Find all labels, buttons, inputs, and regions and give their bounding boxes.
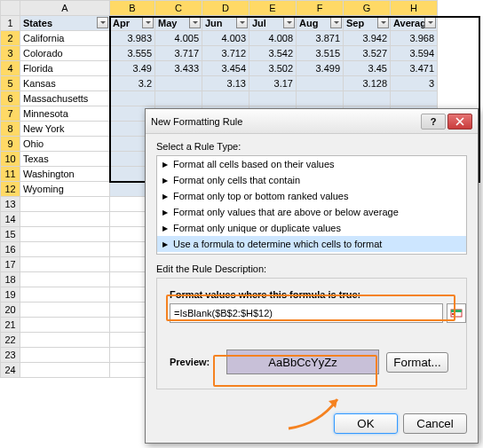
value-cell[interactable]: 3.2 [110,76,155,91]
help-button[interactable]: ? [421,114,446,130]
titlebar[interactable]: New Formatting Rule ? [146,109,478,134]
column-header-cell[interactable]: Sep [344,16,391,31]
value-cell[interactable]: 3 [391,76,438,91]
filter-dropdown-icon[interactable] [330,17,342,28]
column-header-cell[interactable]: Aug [297,16,344,31]
col-header[interactable]: E [249,1,297,16]
value-cell[interactable] [391,91,438,106]
state-cell[interactable]: Kansas [20,76,110,91]
row-header[interactable]: 24 [1,363,20,378]
row-header[interactable]: 14 [1,212,20,227]
rule-type-item[interactable]: ▶Format only cells that contain [157,172,466,188]
value-cell[interactable] [249,91,297,106]
ok-button[interactable]: OK [334,413,398,434]
column-header-cell[interactable]: Averag [391,16,438,31]
column-header-cell[interactable]: Apr [110,16,155,31]
col-header[interactable]: D [202,1,249,16]
value-cell[interactable]: 3.515 [297,46,344,61]
state-cell[interactable]: Florida [20,61,110,76]
value-cell[interactable] [110,91,155,106]
empty-cell[interactable] [20,212,110,227]
value-cell[interactable]: 3.128 [344,76,391,91]
row-header[interactable]: 6 [1,91,20,106]
filter-dropdown-icon[interactable] [236,17,248,28]
format-button[interactable]: Format... [386,352,448,373]
value-cell[interactable]: 3.712 [202,46,249,61]
rule-type-item[interactable]: ▶Format all cells based on their values [157,156,466,172]
row-header[interactable]: 7 [1,106,20,122]
row-header[interactable]: 1 [1,16,20,31]
col-header[interactable]: A [20,1,110,16]
empty-cell[interactable] [20,272,110,287]
value-cell[interactable] [344,91,391,106]
value-cell[interactable]: 3.555 [110,46,155,61]
row-header[interactable]: 17 [1,257,20,272]
row-header[interactable]: 15 [1,227,20,242]
empty-cell[interactable] [20,318,110,333]
value-cell[interactable]: 3.454 [202,61,249,76]
column-header-cell[interactable]: States [20,16,110,31]
row-header[interactable]: 2 [1,31,20,46]
value-cell[interactable]: 3.527 [344,46,391,61]
value-cell[interactable]: 3.871 [297,31,344,46]
value-cell[interactable]: 3.983 [110,31,155,46]
value-cell[interactable]: 3.49 [110,61,155,76]
row-header[interactable]: 20 [1,303,20,318]
value-cell[interactable] [297,91,344,106]
col-header[interactable]: H [391,1,438,16]
state-cell[interactable]: New York [20,122,110,137]
rule-type-item[interactable]: ▶Format only values that are above or be… [157,204,466,220]
state-cell[interactable]: California [20,31,110,46]
row-header[interactable]: 3 [1,46,20,61]
state-cell[interactable]: Colorado [20,46,110,61]
empty-cell[interactable] [20,333,110,348]
value-cell[interactable] [155,91,202,106]
value-cell[interactable]: 4.003 [202,31,249,46]
empty-cell[interactable] [20,227,110,242]
row-header[interactable]: 4 [1,61,20,76]
value-cell[interactable]: 3.13 [202,76,249,91]
col-header[interactable]: G [344,1,391,16]
rule-type-item[interactable]: ▶Use a formula to determine which cells … [157,236,466,252]
value-cell[interactable]: 3.17 [249,76,297,91]
filter-dropdown-icon[interactable] [97,17,108,28]
empty-cell[interactable] [20,348,110,363]
row-header[interactable]: 18 [1,272,20,287]
cancel-button[interactable]: Cancel [403,413,467,434]
col-header[interactable]: F [297,1,344,16]
rule-type-item[interactable]: ▶Format only top or bottom ranked values [157,188,466,204]
row-header[interactable]: 12 [1,182,20,197]
rule-type-list[interactable]: ▶Format all cells based on their values▶… [156,155,467,255]
row-header[interactable]: 10 [1,152,20,167]
close-button[interactable] [447,114,472,130]
column-header-cell[interactable]: May [155,16,202,31]
filter-dropdown-icon[interactable] [424,17,436,28]
value-cell[interactable] [297,76,344,91]
state-cell[interactable]: Minnesota [20,106,110,122]
value-cell[interactable]: 3.594 [391,46,438,61]
state-cell[interactable]: Wyoming [20,182,110,197]
value-cell[interactable]: 3.433 [155,61,202,76]
state-cell[interactable]: Washington [20,167,110,182]
empty-cell[interactable] [20,303,110,318]
value-cell[interactable]: 3.968 [391,31,438,46]
row-header[interactable]: 5 [1,76,20,91]
row-header[interactable]: 16 [1,242,20,257]
empty-cell[interactable] [20,287,110,303]
state-cell[interactable]: Ohio [20,137,110,152]
value-cell[interactable] [155,76,202,91]
row-header[interactable]: 9 [1,137,20,152]
value-cell[interactable]: 3.542 [249,46,297,61]
filter-dropdown-icon[interactable] [283,17,295,28]
state-cell[interactable]: Massachusetts [20,91,110,106]
row-header[interactable]: 19 [1,287,20,303]
row-header[interactable]: 21 [1,318,20,333]
column-header-cell[interactable]: Jun [202,16,249,31]
value-cell[interactable]: 3.942 [344,31,391,46]
col-header[interactable]: B [110,1,155,16]
empty-cell[interactable] [20,197,110,212]
row-header[interactable]: 11 [1,167,20,182]
filter-dropdown-icon[interactable] [142,17,154,28]
value-cell[interactable]: 4.005 [155,31,202,46]
value-cell[interactable]: 3.502 [249,61,297,76]
